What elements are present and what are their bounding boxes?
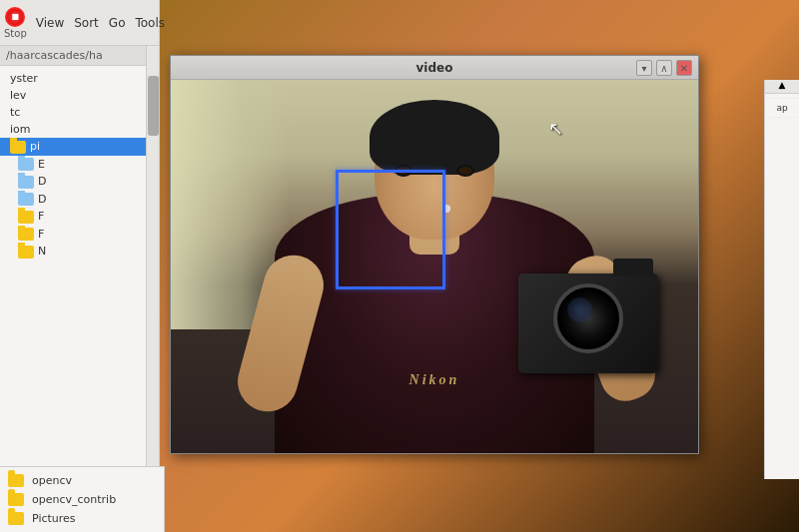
tree-item-f1[interactable]: F: [0, 208, 159, 226]
tree-item-lev[interactable]: lev: [0, 87, 159, 104]
tree-item-iom[interactable]: iom: [0, 121, 159, 138]
menu-item-sort[interactable]: Sort: [71, 14, 102, 32]
face-detection-rect: [336, 170, 445, 289]
close-button[interactable]: ✕: [676, 60, 692, 76]
scrollbar-arrow-up[interactable]: ▲: [765, 80, 799, 94]
folder-item-pictures[interactable]: Pictures: [0, 509, 164, 528]
video-window-title: video: [177, 61, 692, 75]
tree-item-n[interactable]: N: [0, 243, 159, 261]
stop-icon: [5, 7, 25, 27]
scrollbar-thumb[interactable]: [148, 76, 159, 136]
fm-right-edge: c ap ▲: [764, 80, 799, 479]
tree-item-tc[interactable]: tc: [0, 104, 159, 121]
camera-body: [518, 273, 658, 373]
video-content: Nikon ↖: [171, 80, 698, 453]
tree-item-e[interactable]: E: [0, 156, 159, 174]
path-text: /haarcascades/ha: [6, 49, 103, 62]
sidebar-scrollbar[interactable]: [146, 46, 159, 532]
menu-item-view[interactable]: View: [33, 14, 67, 32]
file-manager-menubar: Stop View Sort Go Tools: [0, 0, 159, 46]
folder-label-opencv: opencv: [32, 474, 72, 487]
person-hair: [370, 100, 499, 175]
tree-item-pi[interactable]: pi: [0, 138, 159, 156]
folder-icon-f1: [18, 211, 34, 224]
file-manager-window: Stop View Sort Go Tools /haarcascades/ha…: [0, 0, 160, 532]
folder-icon-opencv-contrib: [8, 493, 24, 506]
file-manager-sidebar: yster lev tc iom pi E D D F F N: [0, 66, 159, 265]
maximize-button[interactable]: ∧: [656, 60, 672, 76]
desktop: Stop View Sort Go Tools /haarcascades/ha…: [0, 0, 799, 532]
folder-icon-n: [18, 246, 34, 259]
video-window: video ▾ ∧ ✕: [170, 55, 699, 454]
folder-icon-f2: [18, 228, 34, 241]
folder-item-opencv[interactable]: opencv: [0, 471, 164, 490]
menu-item-tools[interactable]: Tools: [132, 14, 168, 32]
right-item-ap[interactable]: ap: [765, 99, 799, 118]
folder-icon-e: [18, 158, 34, 171]
cursor-pointer: ↖: [548, 118, 563, 139]
path-bar: /haarcascades/ha: [0, 46, 159, 66]
tree-item-f2[interactable]: F: [0, 226, 159, 244]
tree-item-d2[interactable]: D: [0, 191, 159, 209]
tree-item-yster[interactable]: yster: [0, 70, 159, 87]
folder-icon-opencv: [8, 474, 24, 487]
video-titlebar: video ▾ ∧ ✕: [171, 56, 698, 80]
video-window-controls: ▾ ∧ ✕: [636, 60, 692, 76]
lower-file-manager-items: opencv opencv_contrib Pictures: [0, 466, 165, 532]
folder-icon-d1: [18, 176, 34, 189]
folder-item-opencv-contrib[interactable]: opencv_contrib: [0, 490, 164, 509]
stop-button[interactable]: Stop: [4, 4, 27, 42]
person-right-eye: [456, 165, 474, 177]
nikon-brand-text: Nikon: [409, 372, 460, 388]
folder-label-pictures: Pictures: [32, 512, 76, 525]
stop-label: Stop: [4, 28, 27, 39]
camera-grip: [613, 259, 653, 276]
camera-lens: [553, 283, 623, 353]
lens-inner: [567, 297, 592, 322]
minimize-button[interactable]: ▾: [636, 60, 652, 76]
menubar-items: View Sort Go Tools: [29, 14, 168, 32]
folder-icon-pictures: [8, 512, 24, 525]
folder-icon-pi: [10, 141, 26, 154]
menu-item-go[interactable]: Go: [106, 14, 129, 32]
tree-item-d1[interactable]: D: [0, 173, 159, 191]
folder-label-opencv-contrib: opencv_contrib: [32, 493, 116, 506]
folder-icon-d2: [18, 193, 34, 206]
